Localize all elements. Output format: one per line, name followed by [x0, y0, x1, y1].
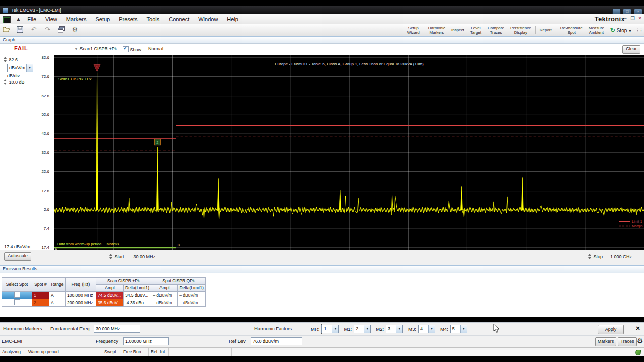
autoscale-button[interactable]: Autoscale	[4, 252, 31, 261]
fundamental-freq-input[interactable]	[94, 325, 140, 333]
trace-marker-1[interactable]: 1	[94, 65, 100, 72]
menu-connect[interactable]: Connect	[164, 14, 194, 24]
report-button[interactable]: Report	[537, 28, 555, 32]
factor-label-m4: M4:	[440, 326, 448, 332]
menu-setup[interactable]: Setup	[91, 14, 114, 24]
setup-wizard-button[interactable]: Setup Wizard	[404, 26, 423, 35]
ref-level-stepper[interactable]	[3, 56, 8, 62]
range-cell[interactable]: A	[49, 299, 66, 307]
col-spot-number[interactable]: Spot #	[32, 278, 49, 292]
traces-button[interactable]: Traces	[618, 337, 637, 346]
inspect-button[interactable]: Inspect	[448, 28, 467, 32]
col-scan-delta[interactable]: Delta(Limit1)	[124, 285, 151, 292]
toolbar-grip[interactable]: ⋮⋮	[635, 28, 644, 32]
level-target-button[interactable]: Level Target	[467, 26, 485, 35]
settings-icon[interactable]: ⚙	[70, 25, 80, 35]
table-row[interactable]: 1A100.000 MHz74.5 dBuV...34.5 dBuV...– d…	[2, 292, 206, 299]
factor-select-m2[interactable]: 3▼	[386, 325, 403, 333]
scan-delta-cell[interactable]: 34.5 dBuV...	[124, 292, 151, 299]
col-group-scan[interactable]: Scan CISPR +Pk	[96, 278, 151, 285]
menu-file[interactable]: File	[23, 14, 41, 24]
show-checkbox[interactable]	[123, 46, 129, 52]
y-tick-label: 12.6	[29, 189, 49, 193]
col-group-spot[interactable]: Spot CISPR QPk	[151, 278, 206, 285]
range-cell[interactable]: A	[49, 292, 66, 299]
clear-button[interactable]: Clear	[622, 45, 640, 54]
trace-marker-2[interactable]: 2	[154, 139, 160, 145]
spot-number-cell[interactable]: 2	[32, 299, 49, 307]
scan-delta-cell[interactable]: -4.36 dBu...	[124, 299, 151, 307]
menu-markers[interactable]: Markers	[62, 14, 91, 24]
menu-view[interactable]: View	[41, 14, 62, 24]
ref-lev-label: Ref Lev	[229, 338, 246, 344]
col-range[interactable]: Range	[49, 278, 66, 292]
apply-button[interactable]: Apply	[598, 325, 624, 334]
spot-checkbox[interactable]	[14, 299, 20, 305]
table-row[interactable]: 2A200.000 MHz35.6 dBuV...-4.36 dBu...– d…	[2, 299, 206, 307]
instrument-icon[interactable]	[3, 16, 11, 23]
menu-items: FileViewMarkersSetupPresetsToolsConnectW…	[23, 14, 243, 23]
spot-ampl-cell[interactable]: – dBuV/m	[151, 299, 178, 307]
spot-number-cell[interactable]: 1	[32, 292, 49, 299]
stop-value[interactable]: 1.000 GHz	[610, 254, 632, 259]
frequency-input[interactable]	[123, 337, 169, 345]
spot-delta-cell[interactable]: – dBuV/m	[178, 299, 206, 307]
measure-ambient-button[interactable]: Measure Ambient	[586, 26, 607, 35]
markers-button[interactable]: Markers	[595, 337, 616, 346]
spot-delta-cell[interactable]: – dBuV/m	[178, 292, 206, 299]
freq-cell[interactable]: 200.000 MHz	[66, 299, 96, 307]
menu-help[interactable]: Help	[222, 14, 243, 24]
stop-freq-stepper[interactable]	[588, 253, 592, 259]
scan-ampl-cell[interactable]: 35.6 dBuV...	[96, 299, 124, 307]
eject-icon[interactable]: ▲	[16, 14, 21, 24]
y-tick-label: -17.4	[29, 245, 49, 250]
gear-icon[interactable]: ⚙	[637, 337, 643, 345]
db-div-stepper[interactable]	[3, 79, 8, 85]
factor-select-mr[interactable]: 1▼	[321, 325, 339, 333]
status-cell: Free Run	[121, 348, 149, 357]
trace-selector[interactable]: ▼ Scan1 CISPR +Pk	[74, 46, 117, 51]
spot-checkbox[interactable]	[14, 292, 20, 298]
toolbar-separator	[535, 26, 536, 34]
ref-lev-input[interactable]	[251, 337, 302, 345]
menu-presets[interactable]: Presets	[114, 14, 142, 24]
show-toggle[interactable]: Show	[123, 46, 141, 52]
select-spot-cell[interactable]	[2, 299, 32, 307]
scan-ampl-cell[interactable]: 74.5 dBuV...	[96, 292, 124, 299]
warmup-annotation[interactable]: Data from warm-up period ... More>>	[57, 242, 120, 246]
menu-window[interactable]: Window	[194, 14, 222, 24]
factor-select-m1[interactable]: 2▼	[354, 325, 371, 333]
windows-icon[interactable]	[56, 25, 66, 35]
col-spot-delta[interactable]: Delta(Limit1)	[178, 285, 206, 292]
start-freq-stepper[interactable]	[109, 253, 113, 259]
col-scan-ampl[interactable]: Ampl	[96, 285, 124, 292]
spectrum-plot[interactable]: 12Europe - EN55011 - Table 6, Class A, G…	[54, 55, 644, 250]
freq-cell[interactable]: 100.000 MHz	[66, 292, 96, 299]
mdi-restore-icon[interactable]: ❒	[629, 16, 635, 21]
open-file-icon[interactable]	[1, 25, 11, 35]
col-freq[interactable]: Freq (Hz)	[66, 278, 96, 292]
compare-traces-button[interactable]: Compare Traces	[485, 26, 507, 35]
emission-peak	[96, 73, 98, 210]
re-measure-spot-button[interactable]: Re-measure Spot	[557, 26, 586, 35]
col-spot-ampl[interactable]: Ampl	[151, 285, 178, 292]
menu-tools[interactable]: Tools	[142, 14, 165, 24]
refresh-icon: ↻	[610, 27, 615, 34]
save-icon[interactable]	[15, 25, 25, 35]
tool-bar: ↶ ↷ ⚙ Setup WizardHarmonic MarkersInspec…	[0, 24, 644, 37]
factor-select-m3[interactable]: 4▼	[418, 325, 435, 333]
harmonic-markers-button[interactable]: Harmonic Markers	[425, 26, 448, 35]
select-spot-cell[interactable]	[2, 292, 32, 299]
mdi-minimize-icon[interactable]: –	[622, 16, 628, 21]
persistence-display-button[interactable]: Persistence Display	[507, 26, 534, 35]
trace-mode-label: Normal	[148, 46, 163, 51]
start-value[interactable]: 30.00 MHz	[134, 254, 156, 259]
close-icon[interactable]: ✕	[634, 325, 642, 333]
stop-button[interactable]: ↻ Stop ▼	[607, 27, 635, 34]
mdi-close-icon[interactable]: ✕	[637, 16, 643, 21]
spot-ampl-cell[interactable]: – dBuV/m	[151, 292, 178, 299]
redo-icon[interactable]: ↷	[42, 25, 52, 35]
undo-icon[interactable]: ↶	[29, 25, 39, 35]
factor-select-m4[interactable]: 5▼	[450, 325, 467, 333]
col-select-spot[interactable]: Select Spot	[2, 278, 32, 292]
